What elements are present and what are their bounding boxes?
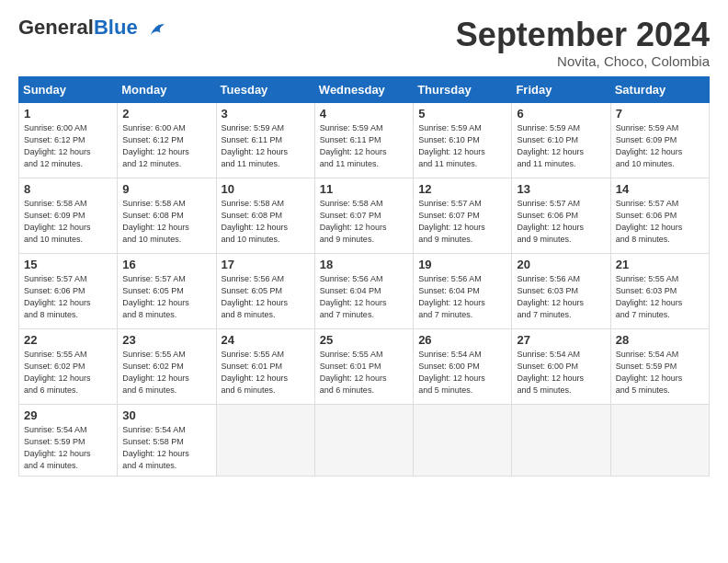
calendar-cell: 27Sunrise: 5:54 AM Sunset: 6:00 PM Dayli… xyxy=(512,328,610,404)
day-number: 10 xyxy=(222,182,310,196)
day-info: Sunrise: 5:58 AM Sunset: 6:08 PM Dayligh… xyxy=(122,198,210,246)
day-info: Sunrise: 5:55 AM Sunset: 6:02 PM Dayligh… xyxy=(122,349,210,396)
day-number: 17 xyxy=(222,258,310,271)
logo: GeneralBlue xyxy=(18,17,165,40)
calendar-cell: 28Sunrise: 5:54 AM Sunset: 5:59 PM Dayli… xyxy=(610,328,709,404)
weekday-header-thursday: Thursday xyxy=(414,76,512,102)
calendar-cell: 26Sunrise: 5:54 AM Sunset: 6:00 PM Dayli… xyxy=(414,328,512,404)
calendar-week-5: 29Sunrise: 5:54 AM Sunset: 5:59 PM Dayli… xyxy=(19,404,710,476)
calendar-cell: 13Sunrise: 5:57 AM Sunset: 6:06 PM Dayli… xyxy=(512,178,610,253)
day-number: 15 xyxy=(24,258,112,271)
calendar-cell xyxy=(314,404,413,476)
day-number: 9 xyxy=(122,182,210,196)
calendar-cell: 9Sunrise: 5:58 AM Sunset: 6:08 PM Daylig… xyxy=(118,178,216,253)
calendar-cell: 10Sunrise: 5:58 AM Sunset: 6:08 PM Dayli… xyxy=(216,178,314,253)
day-info: Sunrise: 5:58 AM Sunset: 6:08 PM Dayligh… xyxy=(222,198,310,246)
day-info: Sunrise: 6:00 AM Sunset: 6:12 PM Dayligh… xyxy=(24,122,112,170)
day-number: 26 xyxy=(418,333,506,347)
calendar-cell xyxy=(610,404,709,476)
weekday-header-row: SundayMondayTuesdayWednesdayThursdayFrid… xyxy=(19,76,710,102)
day-number: 30 xyxy=(122,408,210,422)
calendar-cell: 6Sunrise: 5:59 AM Sunset: 6:10 PM Daylig… xyxy=(512,102,610,178)
day-info: Sunrise: 5:57 AM Sunset: 6:07 PM Dayligh… xyxy=(418,198,506,246)
day-info: Sunrise: 5:55 AM Sunset: 6:02 PM Dayligh… xyxy=(24,349,112,396)
day-number: 24 xyxy=(222,333,310,347)
calendar-cell: 22Sunrise: 5:55 AM Sunset: 6:02 PM Dayli… xyxy=(19,328,118,404)
calendar-cell: 16Sunrise: 5:57 AM Sunset: 6:05 PM Dayli… xyxy=(118,253,216,328)
day-info: Sunrise: 5:56 AM Sunset: 6:04 PM Dayligh… xyxy=(320,273,408,321)
day-number: 18 xyxy=(320,258,408,271)
calendar-cell: 4Sunrise: 5:59 AM Sunset: 6:11 PM Daylig… xyxy=(314,102,413,178)
day-number: 2 xyxy=(122,107,210,121)
day-number: 29 xyxy=(24,408,112,422)
calendar-cell: 7Sunrise: 5:59 AM Sunset: 6:09 PM Daylig… xyxy=(610,102,709,178)
weekday-header-tuesday: Tuesday xyxy=(216,76,314,102)
day-number: 25 xyxy=(320,333,408,347)
location-subtitle: Novita, Choco, Colombia xyxy=(456,53,710,69)
day-number: 1 xyxy=(24,107,112,121)
day-info: Sunrise: 5:57 AM Sunset: 6:06 PM Dayligh… xyxy=(616,198,704,246)
calendar-cell: 21Sunrise: 5:55 AM Sunset: 6:03 PM Dayli… xyxy=(610,253,709,328)
day-number: 19 xyxy=(418,258,506,271)
day-info: Sunrise: 5:58 AM Sunset: 6:07 PM Dayligh… xyxy=(320,198,408,246)
calendar-cell: 30Sunrise: 5:54 AM Sunset: 5:58 PM Dayli… xyxy=(118,404,216,476)
calendar-cell: 20Sunrise: 5:56 AM Sunset: 6:03 PM Dayli… xyxy=(512,253,610,328)
day-number: 27 xyxy=(517,333,605,347)
weekday-header-wednesday: Wednesday xyxy=(314,76,413,102)
day-info: Sunrise: 5:54 AM Sunset: 5:59 PM Dayligh… xyxy=(616,349,704,396)
day-number: 4 xyxy=(320,107,408,121)
day-info: Sunrise: 5:54 AM Sunset: 5:59 PM Dayligh… xyxy=(24,424,112,472)
day-info: Sunrise: 5:59 AM Sunset: 6:10 PM Dayligh… xyxy=(517,122,605,170)
day-info: Sunrise: 5:57 AM Sunset: 6:06 PM Dayligh… xyxy=(24,273,112,321)
day-info: Sunrise: 5:59 AM Sunset: 6:09 PM Dayligh… xyxy=(616,122,704,170)
calendar-cell: 29Sunrise: 5:54 AM Sunset: 5:59 PM Dayli… xyxy=(19,404,118,476)
calendar-week-2: 8Sunrise: 5:58 AM Sunset: 6:09 PM Daylig… xyxy=(19,178,710,253)
logo-bird-icon xyxy=(145,20,165,40)
day-number: 23 xyxy=(122,333,210,347)
calendar-cell: 3Sunrise: 5:59 AM Sunset: 6:11 PM Daylig… xyxy=(216,102,314,178)
title-area: September 2024 Novita, Choco, Colombia xyxy=(456,17,710,69)
month-title: September 2024 xyxy=(456,17,710,53)
logo-blue: Blue xyxy=(94,16,138,39)
day-number: 28 xyxy=(616,333,704,347)
day-number: 11 xyxy=(320,182,408,196)
calendar-cell xyxy=(414,404,512,476)
calendar-cell: 14Sunrise: 5:57 AM Sunset: 6:06 PM Dayli… xyxy=(610,178,709,253)
calendar-cell: 25Sunrise: 5:55 AM Sunset: 6:01 PM Dayli… xyxy=(314,328,413,404)
calendar-cell: 5Sunrise: 5:59 AM Sunset: 6:10 PM Daylig… xyxy=(414,102,512,178)
calendar-cell: 23Sunrise: 5:55 AM Sunset: 6:02 PM Dayli… xyxy=(118,328,216,404)
day-info: Sunrise: 5:54 AM Sunset: 6:00 PM Dayligh… xyxy=(418,349,506,396)
day-info: Sunrise: 5:55 AM Sunset: 6:03 PM Dayligh… xyxy=(616,273,704,321)
calendar-cell: 1Sunrise: 6:00 AM Sunset: 6:12 PM Daylig… xyxy=(19,102,118,178)
weekday-header-friday: Friday xyxy=(512,76,610,102)
calendar-cell: 15Sunrise: 5:57 AM Sunset: 6:06 PM Dayli… xyxy=(19,253,118,328)
weekday-header-sunday: Sunday xyxy=(19,76,118,102)
day-number: 20 xyxy=(517,258,605,271)
calendar-cell: 2Sunrise: 6:00 AM Sunset: 6:12 PM Daylig… xyxy=(118,102,216,178)
day-info: Sunrise: 5:55 AM Sunset: 6:01 PM Dayligh… xyxy=(320,349,408,396)
day-info: Sunrise: 5:54 AM Sunset: 5:58 PM Dayligh… xyxy=(122,424,210,472)
day-number: 6 xyxy=(517,107,605,121)
day-number: 22 xyxy=(24,333,112,347)
day-info: Sunrise: 5:54 AM Sunset: 6:00 PM Dayligh… xyxy=(517,349,605,396)
day-info: Sunrise: 5:57 AM Sunset: 6:05 PM Dayligh… xyxy=(122,273,210,321)
day-info: Sunrise: 5:56 AM Sunset: 6:04 PM Dayligh… xyxy=(418,273,506,321)
calendar-cell xyxy=(216,404,314,476)
weekday-header-monday: Monday xyxy=(118,76,216,102)
day-number: 7 xyxy=(616,107,704,121)
page: GeneralBlue September 2024 Novita, Choco… xyxy=(0,0,728,486)
weekday-header-saturday: Saturday xyxy=(610,76,709,102)
logo-text: GeneralBlue xyxy=(18,17,165,40)
calendar-cell: 19Sunrise: 5:56 AM Sunset: 6:04 PM Dayli… xyxy=(414,253,512,328)
day-info: Sunrise: 5:56 AM Sunset: 6:05 PM Dayligh… xyxy=(222,273,310,321)
calendar-week-4: 22Sunrise: 5:55 AM Sunset: 6:02 PM Dayli… xyxy=(19,328,710,404)
calendar-table: SundayMondayTuesdayWednesdayThursdayFrid… xyxy=(18,76,710,477)
calendar-cell: 12Sunrise: 5:57 AM Sunset: 6:07 PM Dayli… xyxy=(414,178,512,253)
calendar-cell: 8Sunrise: 5:58 AM Sunset: 6:09 PM Daylig… xyxy=(19,178,118,253)
day-number: 16 xyxy=(122,258,210,271)
calendar-cell: 17Sunrise: 5:56 AM Sunset: 6:05 PM Dayli… xyxy=(216,253,314,328)
day-number: 13 xyxy=(517,182,605,196)
header-area: GeneralBlue September 2024 Novita, Choco… xyxy=(18,17,710,69)
day-info: Sunrise: 5:55 AM Sunset: 6:01 PM Dayligh… xyxy=(222,349,310,396)
day-number: 8 xyxy=(24,182,112,196)
